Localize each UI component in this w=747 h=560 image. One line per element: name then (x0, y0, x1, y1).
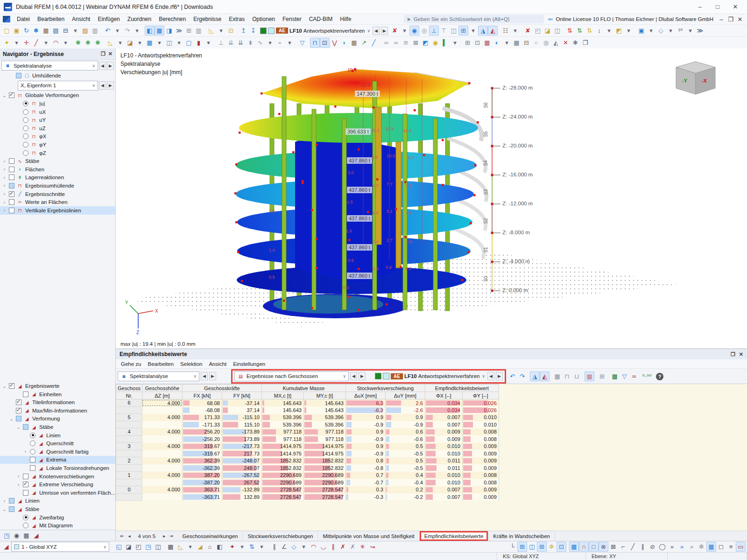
print-menu-icon[interactable]: ▾ (70, 26, 80, 35)
table-cell[interactable]: 1852.832 (261, 464, 303, 472)
load-surface-icon[interactable]: ⇊ (236, 38, 246, 48)
box-copy-icon[interactable]: ◫ (552, 26, 562, 35)
frame-generate-icon[interactable]: ⌂ (205, 542, 215, 552)
table-tab-mittelpunkte-von-masse-und-steifigkeit[interactable]: Mittelpunkte von Masse und Steifigkeit (318, 531, 419, 541)
tool-box-icon[interactable]: ◧ (215, 542, 225, 552)
table-cell[interactable]: -387.20 (182, 479, 222, 486)
table-cell[interactable]: 4.000 (142, 486, 182, 494)
table-cell[interactable] (142, 421, 182, 428)
table-row[interactable]: -256.20173.89977.118977.118-0.9-0.60.009… (116, 435, 747, 443)
find-item-icon[interactable]: ○ (531, 38, 541, 48)
panel-eye-icon[interactable]: ◉ (12, 531, 21, 540)
select-menu-icon[interactable]: ▾ (12, 38, 21, 48)
move-3d-icon[interactable]: ◰ (134, 542, 143, 552)
tree-item-ergebnisschnitte[interactable]: ›╱Ergebnisschnitte (0, 190, 115, 198)
radio-control[interactable] (23, 133, 28, 139)
snap-slash-icon[interactable]: ╱ (628, 542, 638, 552)
table-cell[interactable]: 0.9 (345, 414, 385, 421)
tree-item-flächen[interactable]: ›◗Flächen (0, 165, 115, 174)
checkbox-control[interactable] (16, 73, 21, 78)
tree-support-icon[interactable]: ❋ (83, 38, 93, 48)
tree-item-max-min-informationen[interactable]: ◢Max/Min-Informationen (0, 406, 115, 415)
table-cell[interactable]: 2290.689 (303, 479, 345, 486)
table-cell[interactable]: 0.2 (385, 486, 425, 494)
table-cell[interactable] (116, 435, 142, 443)
table-cell[interactable]: 0.009 (462, 443, 499, 450)
row-eq2-icon[interactable]: ≃ (391, 38, 401, 48)
checkbox-control[interactable] (9, 158, 14, 164)
tree-item-linien[interactable]: ◢Linien (0, 431, 115, 440)
block-new-icon[interactable]: ▢ (184, 38, 194, 48)
table-cell[interactable]: 539.396 (261, 421, 303, 428)
draw-line-icon[interactable]: ╱ (31, 38, 41, 48)
table-cell[interactable]: 0.007 (425, 486, 462, 494)
table-row[interactable]: 14.000387.20-267.522290.6892290.6890.70.… (116, 472, 747, 479)
mini-table-icon[interactable]: ▥ (194, 26, 204, 35)
table-cell[interactable]: 0.009 (425, 435, 462, 443)
tree-item-uz[interactable]: ⊓uZ (0, 124, 115, 133)
support-node-icon[interactable]: ⊥ (216, 38, 226, 48)
menu-optionen[interactable]: Optionen (248, 15, 279, 23)
table-cell[interactable]: -0.6 (385, 435, 425, 443)
table-cell[interactable]: -0.5 (385, 464, 425, 472)
table-cell[interactable]: 539.396 (303, 414, 345, 421)
filter-menu-icon[interactable]: ▾ (216, 26, 226, 35)
analysis-dropdown[interactable]: ◙ Spektralanalyse ∨ (118, 371, 199, 381)
menu-extras[interactable]: Extras (225, 15, 248, 23)
panel-ramp-icon[interactable]: ◢ (31, 531, 41, 540)
colorbar-menu-icon[interactable]: ▾ (450, 38, 460, 48)
table-cell[interactable]: -248.07 (222, 457, 261, 465)
table-cell[interactable]: 2728.547 (303, 486, 345, 494)
tree-item-globale-verformungen[interactable]: ⌄⊓Globale Verformungen (0, 91, 115, 100)
abacus-icon[interactable]: ☷ (500, 26, 510, 35)
tree-item-umrisse-von-verformten-fläch-[interactable]: ◢Umrisse von verformten Fläch... (0, 489, 115, 497)
results-off-menu-icon[interactable]: ▾ (400, 26, 409, 35)
surface-menu-icon[interactable]: ▾ (135, 38, 145, 48)
table-cell[interactable]: 4.000 (142, 414, 182, 421)
redo-menu-icon[interactable]: ▾ (132, 26, 142, 35)
table-filled-icon[interactable]: ▦ (552, 371, 562, 381)
tree-item--x[interactable]: ⊓φX (0, 133, 115, 141)
table-cell[interactable]: 0.9 (345, 443, 385, 450)
snapshot-icon[interactable]: ▦ (41, 26, 51, 35)
table-cell[interactable]: 1414.975 (261, 443, 303, 450)
table-cell[interactable]: 0.4 (385, 472, 425, 479)
transform-icon[interactable]: ◫ (153, 542, 163, 552)
radio-control[interactable] (23, 117, 28, 123)
table-cell[interactable]: 0.7 (345, 472, 385, 479)
program-options-icon[interactable]: ✱ (31, 26, 41, 35)
results-table-wrap[interactable]: GeschossGeschosshöheGeschosskräfteKumula… (116, 384, 747, 531)
table-row[interactable]: 24.000362.39-248.071852.8321852.8320.80.… (116, 457, 747, 465)
table-cell[interactable]: 0.3 (345, 486, 385, 494)
radio-control[interactable] (30, 433, 35, 438)
dimension-icon[interactable]: ◇ (289, 542, 299, 552)
load-case-selector[interactable]: AE LF10 Antwortspektrenverfahren ∨ ◀ ▶ (260, 27, 388, 35)
checkbox-control[interactable] (9, 506, 14, 512)
tree-item-vertikale-ergebnislinien[interactable]: ›⊓Vertikale Ergebnislinien (0, 206, 115, 215)
table-menu-selektion[interactable]: Selektion (177, 361, 205, 367)
show-values-icon[interactable]: ◎ (419, 26, 429, 35)
result-beam-icon[interactable]: ⋁ (330, 38, 339, 48)
table-cell[interactable]: 1 (116, 472, 142, 479)
table-cell[interactable] (116, 450, 142, 457)
snap-circle-x-icon[interactable]: ⊗ (599, 542, 608, 552)
cut-colors-icon[interactable]: ◩ (421, 38, 430, 48)
table-cell[interactable]: 4.000 (142, 457, 182, 465)
undo-menu-icon[interactable]: ▾ (113, 26, 122, 35)
table-cell[interactable] (142, 406, 182, 414)
table-cell[interactable]: 0.009 (462, 486, 499, 494)
dim-x-icon[interactable]: ⇅ (565, 26, 575, 35)
table-cell[interactable]: 0.011 (425, 457, 462, 465)
solid-new-icon[interactable]: ▦ (145, 38, 155, 48)
delete-x-icon[interactable]: ✕ (561, 38, 571, 48)
cube-face-y[interactable]: -Y (682, 78, 688, 84)
filter-funnel-icon[interactable]: ▽ (620, 371, 629, 381)
expander-icon[interactable]: › (16, 482, 21, 487)
table-cell[interactable]: 387.20 (182, 472, 222, 479)
generate-menu-icon[interactable]: ▾ (185, 542, 195, 552)
expander-icon[interactable]: › (2, 208, 7, 213)
chevron-down-icon[interactable]: ∨ (366, 28, 371, 33)
prev-view-button[interactable]: ◀ (350, 372, 357, 380)
table-cell[interactable] (116, 464, 142, 472)
line-angle-icon[interactable]: ∠ (279, 542, 289, 552)
